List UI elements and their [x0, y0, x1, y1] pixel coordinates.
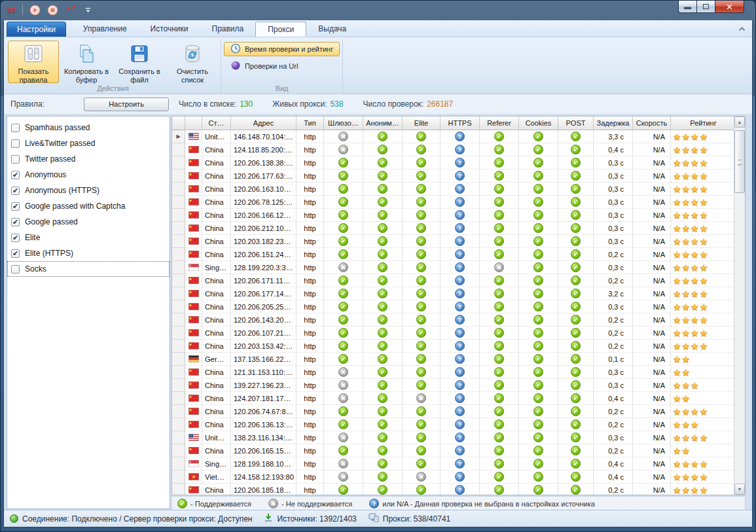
ribbon-button-purple-sphere[interactable]: Проверки на Url [224, 59, 340, 73]
table-row[interactable]: China120.206.136.13:…http✔✔✔?✔✔✔0,2 сN/A… [172, 418, 734, 431]
column-header-задержка[interactable]: Задержка [594, 116, 633, 130]
column-header-referer[interactable]: Referer [480, 116, 519, 130]
rule-item-google-passed[interactable]: ✔Google passed [7, 214, 170, 230]
rating-stars-icon: ★★★★ [673, 486, 708, 495]
table-row[interactable]: Viet…124.158.12.193:80http✖✔✖?✔✔✔0,4 сN/… [172, 470, 734, 484]
column-header-ст[interactable]: Ст… [202, 116, 231, 130]
ribbon-button-copy[interactable]: Копировать в буфер [61, 41, 112, 83]
rule-item-elite[interactable]: ✔Elite [7, 230, 170, 245]
scroll-up-button[interactable]: ▲ [734, 116, 745, 128]
graph-icon[interactable] [64, 3, 77, 16]
checkbox-unchecked-icon[interactable] [11, 139, 20, 148]
column-header-cookies[interactable]: Cookies [519, 116, 558, 130]
tab-правила[interactable]: Правила [200, 22, 256, 37]
checkbox-unchecked-icon[interactable] [11, 124, 20, 132]
column-header-шлюзо[interactable]: Шлюзо… [324, 116, 363, 130]
rule-item-elite-https-[interactable]: ✔Elite (HTTPS) [7, 245, 170, 261]
table-row[interactable]: China120.206.163.10…http✔✔✔?✔✔✔0,3 сN/A★… [172, 183, 734, 196]
tab-settings-app-button[interactable]: Настройки [7, 22, 66, 37]
column-header-аноним[interactable]: Аноним… [363, 116, 403, 130]
table-row[interactable]: China120.206.143.20…http✔✔✔?✔✔✔0,2 сN/A★… [172, 313, 734, 327]
column-header-post[interactable]: POST [558, 116, 594, 130]
play-icon[interactable] [29, 3, 42, 16]
table-row[interactable]: China121.31.153.110:…http✖✔✔?✔✔✔0,3 сN/A… [172, 366, 734, 379]
rule-item-anonymous[interactable]: ✔Anonymous [7, 167, 170, 183]
rule-item-spamhaus-passed[interactable]: Spamhaus passed [7, 120, 170, 135]
address-cell: 121.31.153.110:… [231, 366, 297, 379]
table-row[interactable]: China120.206.177.63:…http✔✔✔?✔✔✔0,3 сN/A… [172, 169, 734, 183]
tab-источники[interactable]: Источники [139, 22, 200, 37]
stop-icon[interactable] [46, 3, 60, 16]
row-indicator [172, 313, 185, 327]
checkbox-checked-icon[interactable]: ✔ [11, 234, 20, 242]
scroll-down-button[interactable]: ▼ [734, 484, 745, 495]
ribbon-button-save[interactable]: Сохранить в файл [114, 41, 165, 83]
table-row[interactable]: China120.206.78.125:…http✔✔✔?✔✔✔0,3 сN/A… [172, 196, 734, 209]
table-row[interactable]: China120.206.107.21…http✔✔✔?✔✔✔0,2 сN/A★… [172, 327, 734, 340]
supported-check-icon: ✔ [494, 223, 504, 233]
table-row[interactable]: China120.206.138.38:…http✔✔✔?✔✔✔0,3 сN/A… [172, 156, 734, 169]
qat-dropdown-icon[interactable] [84, 4, 92, 16]
not-supported-x-icon: ✖ [338, 380, 348, 390]
configure-rules-button[interactable]: Настроить [84, 98, 169, 111]
supported-check-icon: ✔ [338, 419, 348, 429]
rule-item-anonymous-https-[interactable]: ✔Anonymous (HTTPS) [7, 183, 170, 198]
tab-выдача[interactable]: Выдача [306, 22, 358, 37]
ribbon-button-clear-list[interactable]: Очистить список [167, 41, 218, 83]
table-row[interactable]: Sing…128.199.188.10…http✖✔✔?✔✔✔0,4 сN/A★… [172, 457, 734, 470]
column-header-тип[interactable]: Тип [297, 116, 324, 130]
checkbox-checked-icon[interactable]: ✔ [11, 171, 20, 179]
ribbon-collapse-icon[interactable] [738, 26, 746, 33]
table-row[interactable]: Unit…138.23.116.134:…http✖✔✔?✔✔✔0,3 сN/A… [172, 431, 734, 444]
table-row[interactable]: China120.206.177.14…http✔✔✔?✔✔✔3,2 сN/A★… [172, 287, 734, 300]
infinity-logo-icon[interactable]: ∞ [7, 3, 16, 16]
unknown-question-icon: ? [455, 406, 465, 416]
checkbox-unchecked-icon[interactable] [11, 155, 20, 164]
table-row[interactable]: China120.206.212.10…http✔✔✔?✔✔✔0,3 сN/A★… [172, 222, 734, 235]
table-row[interactable]: China124.207.181.17…http✖✔✖?✔✔✔0,4 сN/A★… [172, 392, 734, 405]
scrollbar-thumb[interactable] [734, 130, 745, 193]
table-row[interactable]: ▶Unit…146.148.70.104:…http✖✔✔?✔✔✔3,3 сN/… [172, 130, 734, 143]
table-row[interactable]: Sing…128.199.220.3:3…http✖✔✔?✖✔✔0,3 сN/A… [172, 261, 734, 274]
rule-item-live-twitter-passed[interactable]: Live&Twitter passed [7, 135, 170, 151]
vertical-scrollbar[interactable]: ▲ ▼ [734, 116, 745, 495]
toggle-switches-icon [23, 43, 44, 66]
table-row[interactable]: China120.206.74.67:8…http✔✔✔?✔✔✔0,2 сN/A… [172, 405, 734, 418]
rule-item-socks[interactable]: Socks [7, 261, 170, 277]
country-cell: China [202, 327, 231, 340]
column-header[interactable] [185, 116, 202, 130]
checkbox-checked-icon[interactable]: ✔ [11, 186, 20, 195]
column-header-адрес[interactable]: Адрес [231, 116, 297, 130]
checkbox-unchecked-icon[interactable] [11, 265, 20, 274]
table-row[interactable]: China120.206.151.24…http✔✔✔?✔✔✔0,2 сN/A★… [172, 248, 734, 261]
rule-item-twitter-passed[interactable]: Twitter passed [7, 151, 170, 167]
table-row[interactable]: China120.203.153.42:…http✔✔✔?✔✔✔0,2 сN/A… [172, 340, 734, 353]
checkbox-checked-icon[interactable]: ✔ [11, 218, 20, 226]
table-row[interactable]: China120.206.165.15…http✔✔✔?✔✔✔0,2 сN/A★… [172, 444, 734, 457]
table-row[interactable]: China139.227.196.23…http✖✔✔?✔✔✔0,3 сN/A★… [172, 379, 734, 392]
checkbox-checked-icon[interactable]: ✔ [11, 249, 20, 258]
column-header[interactable] [172, 116, 185, 130]
column-header-рейтинг[interactable]: Рейтинг [671, 116, 736, 130]
column-header-https[interactable]: HTTPS [441, 116, 480, 130]
minimize-button[interactable]: ▬ [678, 1, 697, 13]
ribbon-button-clock[interactable]: Время проверки и рейтинг [224, 42, 340, 56]
table-row[interactable]: China120.206.166.12…http✔✔✔?✔✔✔0,3 сN/A★… [172, 209, 734, 222]
maximize-button[interactable] [697, 1, 715, 13]
table-row[interactable]: China120.206.185.18…http✔✔✔?✔✔✔0,2 сN/A★… [172, 484, 734, 495]
table-row[interactable]: China120.206.205.25…http✔✔✔?✔✔✔0,3 сN/A★… [172, 300, 734, 313]
table-row[interactable]: Ger…137.135.166.22…http✔✔✔?✔✔✔0,1 сN/A★★ [172, 353, 734, 366]
tab-прокси[interactable]: Прокси [255, 22, 306, 37]
rule-item-google-passed-with-captcha[interactable]: ✔Google passed with Captcha [7, 198, 170, 214]
row-indicator [172, 327, 185, 340]
checkbox-checked-icon[interactable]: ✔ [11, 202, 20, 211]
ribbon-button-toggle-switches[interactable]: Показать правила [8, 41, 59, 83]
table-row[interactable]: China120.206.171.11…http✔✔✔?✔✔✔0,2 сN/A★… [172, 274, 734, 287]
tab-управление[interactable]: Управление [71, 22, 139, 37]
close-button[interactable]: ✕ [715, 1, 744, 13]
table-row[interactable]: China120.203.182.23…http✔✔✔?✔✔✔0,3 сN/A★… [172, 235, 734, 248]
column-header-скорость[interactable]: Скорость [633, 116, 671, 130]
table-row[interactable]: China124.118.85.200:…http✖✔✔?✔✔✔0,4 сN/A… [172, 143, 734, 156]
ribbon-button-label: Очистить список [169, 67, 216, 84]
column-header-elite[interactable]: Elite [403, 116, 441, 130]
